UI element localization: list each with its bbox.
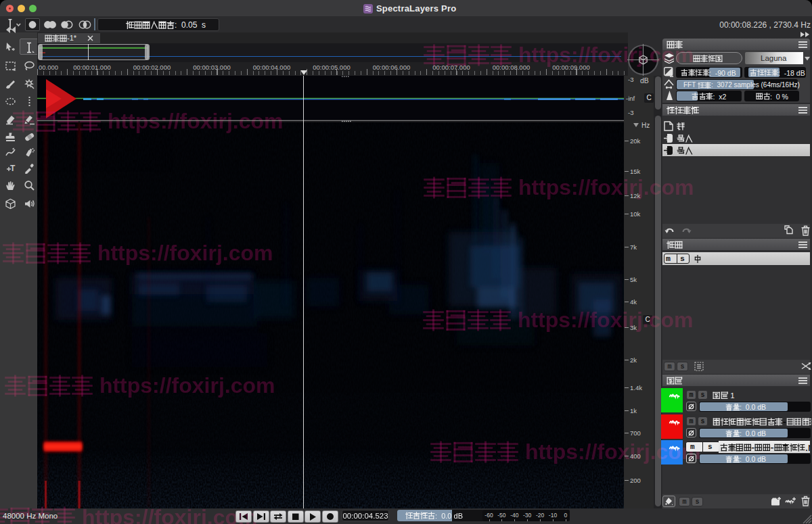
svg-text:T: T (10, 164, 16, 173)
